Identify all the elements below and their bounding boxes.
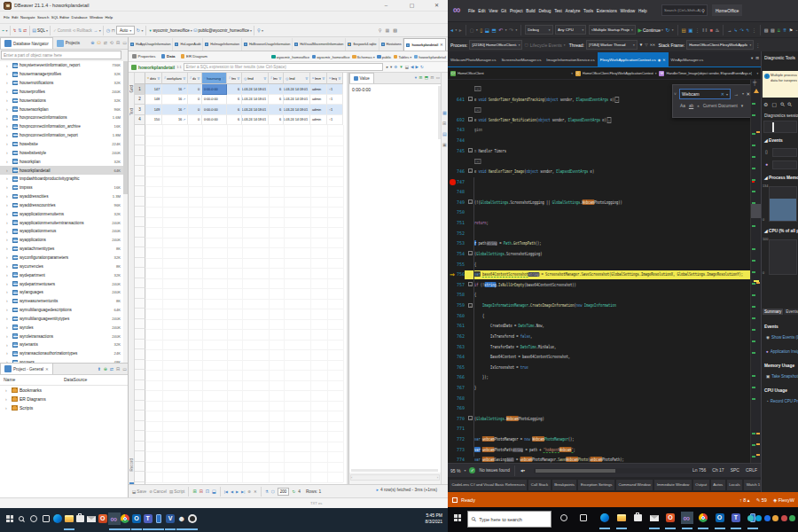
code-line-750[interactable]: 750 <box>448 207 750 218</box>
nav-tool-link-icon[interactable]: ⇄ <box>104 40 107 45</box>
code-line-744[interactable]: 744 <box>448 136 750 146</box>
vs-menu-analyze[interactable]: Analyze <box>566 9 581 13</box>
health-indicator-icon[interactable]: ✓ <box>469 467 475 473</box>
panel-tab-locals[interactable]: Locals <box>727 480 742 490</box>
code-line-751[interactable]: 751return; <box>448 218 750 229</box>
nav-tool-refresh2-icon[interactable]: ⟲ <box>110 40 113 45</box>
taskbar-edge-icon[interactable] <box>598 512 611 524</box>
editor-split-grip[interactable]: ╪ <box>753 80 759 86</box>
cell-lmu-row2[interactable]: 6 <box>269 95 284 106</box>
nav-tool-collapse-icon[interactable]: ⊕ <box>90 40 94 45</box>
column-header-lmip[interactable]: almip∇ <box>327 73 343 84</box>
fetch-next-icon[interactable]: ⊕ <box>247 489 251 494</box>
code-line-767[interactable]: 767} <box>448 383 750 394</box>
project-item-bookmarks[interactable]: ›Bookmarks <box>0 386 129 395</box>
step-into-icon[interactable]: ↳ <box>734 26 738 35</box>
flag-threads-icon[interactable]: ✕✕ <box>650 43 655 47</box>
value-tool-1-icon[interactable]: ⊞ <box>419 75 422 80</box>
stackframe-dropdown[interactable]: HomeOfficeClient.FlexyWorkApplicationC▾ <box>686 40 754 50</box>
taskbar-cortana-icon[interactable] <box>558 512 570 524</box>
tab-close-icon[interactable]: ✕ <box>440 43 443 47</box>
lock-icon[interactable]: ⊓ <box>112 27 115 34</box>
match-case-toggle[interactable]: Aa <box>680 104 685 108</box>
redo-icon[interactable]: ↷ <box>509 26 513 35</box>
cell-lmd-row3[interactable]: 2021-03-24 14:18:01 <box>284 105 310 115</box>
show-events-link[interactable]: ◉Show Events (0 <box>766 335 798 340</box>
crumb-Schemas[interactable]: Schemas▾ <box>352 55 375 59</box>
cell-day-row1[interactable]: 0 <box>188 84 202 95</box>
cell-workplanid-row1[interactable]: 16↗ <box>162 84 188 95</box>
save-icon[interactable]: ⬓ <box>485 26 489 35</box>
tray-icon-0[interactable] <box>747 515 754 521</box>
proj-tool-up-icon[interactable]: ⬆ <box>97 366 100 372</box>
cell-fmd-row4[interactable]: 2021-03-24 14:18:01 <box>242 115 269 126</box>
code-line-760[interactable]: 760 { <box>448 311 750 322</box>
subtab-properties[interactable]: Properties <box>132 54 156 59</box>
save-all-icon[interactable]: ⬒ <box>491 26 496 35</box>
taskbar-clock[interactable]: 5:45 PM8/3/2021 <box>426 512 442 525</box>
cell-fmu-row2[interactable]: 6 <box>227 95 242 106</box>
table-item-tmpdashboardproductivitygraphic[interactable]: ›tmpdashboardproductivitygraphic <box>0 175 129 184</box>
panel-strip-3-icon[interactable]: ▣ <box>442 142 447 147</box>
diag-tab-events[interactable]: Events <box>784 309 798 315</box>
tx-icon-3[interactable]: ⇄ <box>23 27 27 34</box>
line-down-icon[interactable]: ⇊ <box>777 26 780 35</box>
project-col-name[interactable]: Name <box>4 377 15 382</box>
taskbar-chrome-icon[interactable] <box>697 512 709 524</box>
table-item-howorkplandetail[interactable]: ›howorkplandetail64K <box>0 166 129 175</box>
find-expand-chevron[interactable]: ˅ <box>674 91 677 97</box>
cell-lmd-row4[interactable]: 2021-03-24 14:18:01 <box>284 115 310 126</box>
add-row-icon[interactable]: ⊞ <box>192 489 196 494</box>
subtab-er-diagram[interactable]: ER Diagram <box>181 54 207 59</box>
code-line-764[interactable]: 764 Base64Content = base64ContentScreens… <box>448 352 750 363</box>
table-item-howebsitestyle[interactable]: ›howebsitestyle240K <box>0 148 129 157</box>
column-header-hourranges[interactable]: ahourranges∇ <box>202 73 227 84</box>
cell-workplanid-row3[interactable]: 16↗ <box>162 105 188 115</box>
cell-lmu-row4[interactable]: 6 <box>269 115 284 126</box>
column-header-fmd[interactable]: ◷fmd∇ <box>242 73 269 84</box>
commit-button[interactable]: Commit <box>58 28 72 33</box>
project-item-scripts[interactable]: ›Scripts <box>0 403 129 412</box>
panel-tab-autos[interactable]: Autos <box>711 480 725 490</box>
vs-menu-window[interactable]: Window <box>621 9 636 13</box>
dbeaver-titlebar[interactable]: DBeaver 21.1.4 - howorkplandetail – ▢ ✕ <box>0 0 448 12</box>
tx-icon-2[interactable]: ⇅ <box>18 27 21 34</box>
row-header-1[interactable]: 1 <box>135 84 145 95</box>
taskbar-search-icon[interactable] <box>16 512 28 525</box>
filter-tool-3-icon[interactable]: ▼ <box>399 65 403 69</box>
taskbar-mail-icon[interactable] <box>648 512 661 524</box>
perspective-sql-icon[interactable]: ▧ <box>393 27 397 34</box>
cell-hourranges-row1[interactable]: 0:00-0:00 <box>202 84 227 95</box>
continue-button[interactable]: ▶Continue▾ <box>638 27 662 33</box>
taskbar-search-box[interactable]: ⚲Type here to search <box>467 511 552 528</box>
list-members-icon[interactable]: ▧ <box>764 26 769 35</box>
value-panel-hscrollbar[interactable]: ‹› <box>350 474 440 481</box>
tab-project-general[interactable]: Project - General✕ <box>0 363 53 374</box>
menu-sql-editor[interactable]: SQL Editor <box>51 15 69 20</box>
table-item-wyroles[interactable]: ›wyroles240K <box>0 323 129 332</box>
taskbar-visualstudio-icon[interactable]: ∞ <box>681 512 693 524</box>
whole-word-toggle[interactable]: ab <box>689 104 693 108</box>
cell-lmu-row3[interactable]: 6 <box>269 105 284 115</box>
menu-window[interactable]: Window <box>90 15 103 20</box>
result-table-name[interactable]: howorkplandetail <box>138 65 175 70</box>
column-header-lmu[interactable]: #lmu∇ <box>269 73 284 84</box>
table-item-howorkplan[interactable]: ›howorkplan32K <box>0 157 129 166</box>
stop-icon[interactable]: ✕ <box>254 489 257 494</box>
git-edits-indicator[interactable]: ✎ 59 <box>756 497 767 503</box>
panel-tab-command-window[interactable]: Command Window <box>616 480 653 490</box>
maximize-button[interactable]: ▢ <box>409 3 415 9</box>
vs-menu-build[interactable]: Build <box>526 9 535 13</box>
tray-icon-3[interactable] <box>772 515 778 521</box>
panel-tab-watch-1[interactable]: Watch 1 <box>744 480 763 490</box>
code-line-756[interactable]: ⇒756var base64ContentScreenshotstring = … <box>448 270 750 280</box>
minimize-button[interactable]: – <box>383 3 389 9</box>
taskbar-start-icon[interactable] <box>451 512 464 524</box>
find-next-icon[interactable]: → <box>734 91 739 97</box>
find-input[interactable]: Webcam ✕ ▾ <box>679 89 731 99</box>
refresh-count-icon[interactable]: ↻ <box>292 489 295 494</box>
nav-prev-icon[interactable]: ◀ <box>231 489 233 494</box>
table-item-howebsite[interactable]: ›howebsite224K <box>0 140 129 149</box>
table-item-wyaddresscountries[interactable]: ›wyaddresscountries96K <box>0 201 129 210</box>
tray-icon-5[interactable] <box>789 515 795 521</box>
